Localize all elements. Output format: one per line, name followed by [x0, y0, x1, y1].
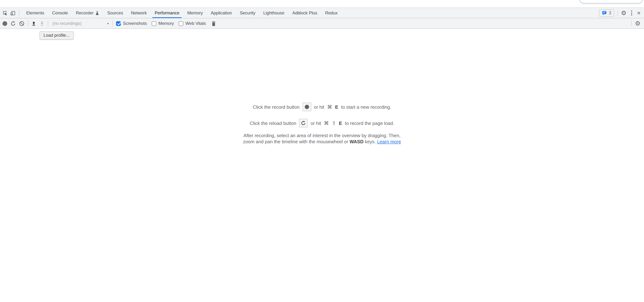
separator [28, 21, 28, 26]
reload-and-record-button[interactable] [10, 21, 16, 26]
checkbox-box [152, 21, 156, 26]
page-strip [0, 0, 644, 8]
reload-hint-row: Click the reload button or hit ⌘ ⇧ E to … [250, 119, 394, 127]
close-devtools-icon[interactable]: ✕ [637, 10, 641, 16]
issues-count: 3 [609, 11, 611, 16]
save-profile-icon[interactable] [40, 21, 44, 26]
shift-key-glyph: ⇧ [332, 120, 336, 126]
performance-empty-state: Click the record button or hit ⌘ E to st… [0, 103, 644, 145]
cmd-key-glyph: ⌘ [327, 104, 332, 110]
checkbox-screenshots[interactable]: Screenshots [116, 21, 147, 26]
inspect-element-icon[interactable] [2, 10, 8, 16]
tab-memory[interactable]: Memory [183, 8, 207, 18]
settings-gear-icon[interactable]: ⚙ [621, 10, 626, 16]
tab-security[interactable]: Security [236, 8, 259, 18]
tab-elements[interactable]: Elements [22, 8, 48, 18]
browser-popup-remnant [579, 0, 643, 3]
experiment-flask-icon [96, 11, 99, 15]
load-profile-icon[interactable] [31, 21, 36, 26]
checkbox-memory[interactable]: Memory [152, 21, 174, 26]
separator [48, 21, 48, 26]
recordings-select[interactable]: (no recordings) ▼ [52, 21, 109, 26]
main-tab-bar: Elements Console Recorder [0, 8, 644, 18]
cmd-key-glyph: ⌘ [324, 120, 329, 126]
issues-button[interactable]: 3 [599, 9, 614, 17]
tabbar-right-controls: 3 ⚙ ✕ [596, 8, 644, 18]
checkbox-box [116, 21, 121, 26]
tab-recorder[interactable]: Recorder [72, 8, 103, 18]
tab-performance[interactable]: Performance [151, 8, 183, 18]
chevron-down-icon: ▼ [107, 22, 109, 25]
delete-recording-trash-icon[interactable] [211, 21, 216, 26]
tab-redux[interactable]: Redux [321, 8, 342, 18]
reload-button-glyph[interactable] [299, 119, 308, 127]
record-button[interactable] [2, 21, 7, 26]
record-button-glyph[interactable] [302, 103, 311, 111]
separator [112, 21, 113, 26]
record-hint-row: Click the record button or hit ⌘ E to st… [253, 103, 391, 111]
separator [19, 10, 20, 16]
tab-lighthouse[interactable]: Lighthouse [259, 8, 288, 18]
checkbox-box [178, 21, 183, 26]
devtools-window: Elements Console Recorder [0, 0, 644, 151]
tab-adblock-plus[interactable]: Adblock Plus [288, 8, 321, 18]
separator [632, 21, 632, 26]
issues-bubble-icon [602, 11, 607, 15]
more-options-kebab-icon[interactable] [630, 10, 634, 16]
checkbox-web-vitals[interactable]: Web Vitals [178, 21, 206, 26]
performance-panel-body: Load profile... Click the record button … [0, 29, 644, 151]
tab-console[interactable]: Console [48, 8, 72, 18]
tab-application[interactable]: Application [207, 8, 236, 18]
separator [618, 10, 618, 16]
tab-sources[interactable]: Sources [103, 8, 127, 18]
usage-tip: After recording, select an area of inter… [243, 132, 401, 145]
learn-more-link[interactable]: Learn more [377, 139, 401, 144]
main-tab-strip: Elements Console Recorder [22, 8, 596, 18]
performance-toolbar: (no recordings) ▼ Screenshots Memory Web… [0, 18, 644, 29]
tab-network[interactable]: Network [127, 8, 151, 18]
clear-recordings-icon[interactable] [19, 21, 24, 26]
device-toolbar-icon[interactable] [10, 10, 16, 16]
capture-settings-gear-icon[interactable]: ⚙ [635, 20, 640, 27]
load-profile-tooltip: Load profile... [40, 31, 74, 40]
